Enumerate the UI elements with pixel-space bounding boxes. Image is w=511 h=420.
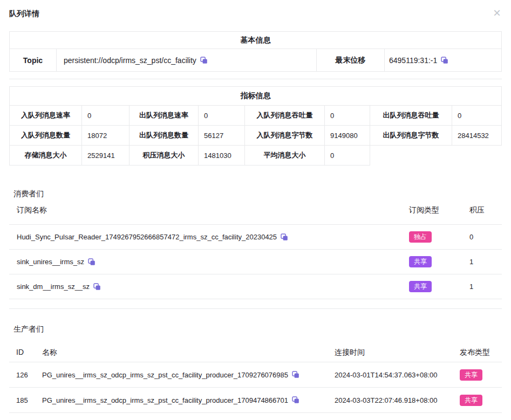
producer-row: 126 PG_unires__irms_sz_odcp_irms_sz_pst_… — [9, 362, 502, 388]
backlog-value: 0 — [465, 233, 502, 241]
last-offset-value: 6495119:31:-1 — [389, 56, 437, 65]
metric-label: 入队列消息吞吐量 — [245, 106, 325, 126]
column-id: ID — [9, 337, 35, 362]
producer-name: PG_unires__irms_sz_odcp_irms_sz_pst_cc_f… — [42, 396, 288, 404]
producer-name: PG_unires__irms_sz_odcp_irms_sz_pst_cc_f… — [42, 371, 288, 379]
column-subscription-name: 订阅名称 — [9, 199, 405, 224]
subscription-type-badge: 共享 — [409, 281, 432, 292]
basic-info-table: 基本信息 Topic persistent://odcp/irms_sz_pst… — [9, 31, 502, 72]
metric-label: 入队列消息速率 — [10, 106, 82, 126]
copy-icon[interactable] — [292, 371, 299, 378]
producer-id: 126 — [9, 371, 35, 379]
column-subscription-type: 订阅类型 — [405, 199, 465, 224]
consumer-row: sink_unires__irms_sz 共享 1 — [9, 250, 502, 274]
publish-type-badge: 共享 — [460, 395, 482, 406]
metric-label: 出队列消息数量 — [130, 126, 199, 146]
metric-value: 0 — [325, 146, 370, 166]
metric-value: 0 — [452, 106, 502, 126]
consumers-table-header: 订阅名称 订阅类型 积压 — [9, 199, 502, 225]
metric-value: 1481030 — [199, 146, 245, 166]
metric-label: 平均消息大小 — [245, 146, 325, 166]
metric-label: 出队列消息速率 — [130, 106, 199, 126]
metric-label: 出队列消息字节数 — [370, 126, 452, 146]
copy-icon[interactable] — [93, 283, 101, 291]
copy-icon[interactable] — [292, 396, 299, 404]
column-name: 名称 — [35, 337, 328, 362]
metric-label: 出队列消息吞吐量 — [370, 106, 452, 126]
metric-label: 积压消息大小 — [130, 146, 199, 166]
close-icon[interactable]: × — [492, 8, 502, 18]
metrics-empty-area — [370, 146, 502, 166]
metric-value: 2529141 — [82, 146, 130, 166]
column-publish-type: 发布类型 — [456, 337, 502, 362]
metric-value: 28414532 — [452, 126, 502, 146]
connect-time: 2024-03-03T22:07:46.918+08:00 — [328, 396, 456, 404]
section-divider — [9, 308, 502, 309]
topic-value-cell: persistent://odcp/irms_sz_pst/cc_facilit… — [57, 49, 317, 71]
subscription-name: sink_unires__irms_sz — [17, 258, 84, 266]
subscription-name: sink_dm__irms_sz__sz — [17, 283, 90, 291]
backlog-value: 1 — [465, 258, 502, 266]
consumer-row: Hudi_Sync_Pulsar_Reader_1749267952666857… — [9, 225, 502, 250]
basic-info-header: 基本信息 — [10, 32, 501, 49]
topic-label: Topic — [10, 49, 57, 71]
subscription-type-badge: 共享 — [409, 256, 432, 267]
producers-section-title: 生产者们 — [13, 323, 511, 334]
column-backlog: 积压 — [465, 199, 502, 224]
publish-type-badge: 共享 — [460, 369, 482, 381]
metric-value: 0 — [82, 106, 130, 126]
consumers-table: 订阅名称 订阅类型 积压 Hudi_Sync_Pulsar_Reader_174… — [9, 199, 502, 299]
column-connect-time: 连接时间 — [328, 337, 456, 362]
copy-icon[interactable] — [88, 258, 96, 266]
metrics-table: 指标信息 入队列消息速率 0 出队列消息速率 0 入队列消息吞吐量 0 出队列消… — [9, 86, 502, 166]
producer-id: 185 — [9, 396, 35, 404]
consumer-row: sink_dm__irms_sz__sz 共享 1 — [9, 274, 502, 299]
metric-value: 56127 — [199, 126, 245, 146]
metric-value: 0 — [325, 106, 370, 126]
consumers-section-title: 消费者们 — [13, 188, 511, 199]
metric-value: 18072 — [82, 126, 130, 146]
dialog-header: 队列详情 × — [0, 0, 511, 19]
metric-value: 9149080 — [325, 126, 370, 146]
metric-value: 0 — [199, 106, 245, 126]
section-divider — [9, 79, 502, 79]
copy-icon[interactable] — [441, 57, 448, 64]
copy-icon[interactable] — [200, 57, 208, 64]
producers-table-header: ID 名称 连接时间 发布类型 — [9, 337, 502, 362]
subscription-name: Hudi_Sync_Pulsar_Reader_1749267952666857… — [17, 233, 277, 241]
copy-icon[interactable] — [281, 233, 288, 241]
last-offset-value-cell: 6495119:31:-1 — [385, 49, 501, 71]
topic-value: persistent://odcp/irms_sz_pst/cc_facilit… — [64, 56, 196, 65]
producers-table: ID 名称 连接时间 发布类型 126 PG_unires__irms_sz_o… — [9, 337, 502, 413]
metric-label: 存储消息大小 — [10, 146, 82, 166]
subscription-type-badge: 独占 — [409, 231, 432, 243]
producer-row: 185 PG_unires__irms_sz_odcp_irms_sz_pst_… — [9, 388, 502, 413]
connect-time: 2024-03-01T14:54:37.063+08:00 — [328, 371, 456, 379]
dialog-title: 队列详情 — [9, 8, 39, 19]
metric-label: 入队列消息数量 — [10, 126, 82, 146]
backlog-value: 1 — [465, 283, 502, 291]
metric-label: 入队列消息字节数 — [245, 126, 325, 146]
last-offset-label: 最末位移 — [317, 49, 385, 71]
metrics-header: 指标信息 — [10, 87, 502, 106]
